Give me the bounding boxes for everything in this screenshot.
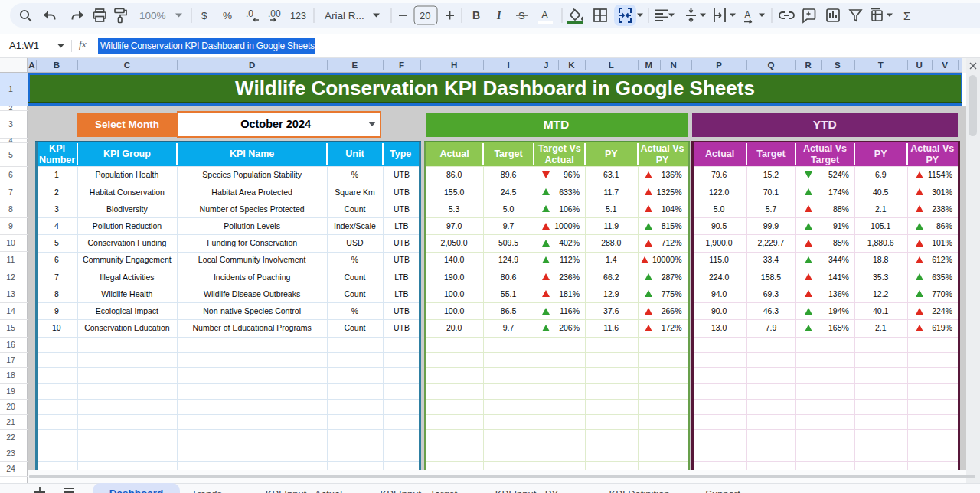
svg-text:100%: 100% xyxy=(139,10,166,21)
svg-text:A: A xyxy=(541,9,548,21)
svg-text:%: % xyxy=(223,10,232,21)
svg-text:I: I xyxy=(496,10,501,21)
svg-text:A: A xyxy=(744,9,751,21)
svg-text:B: B xyxy=(472,9,480,21)
svg-text:123: 123 xyxy=(290,11,306,21)
svg-text:.00: .00 xyxy=(268,8,281,19)
svg-text:$: $ xyxy=(201,10,207,21)
svg-text:20: 20 xyxy=(420,10,430,21)
svg-text:Arial R...: Arial R... xyxy=(325,10,364,21)
svg-text:Σ: Σ xyxy=(903,9,910,22)
svg-text:.0: .0 xyxy=(246,8,253,19)
